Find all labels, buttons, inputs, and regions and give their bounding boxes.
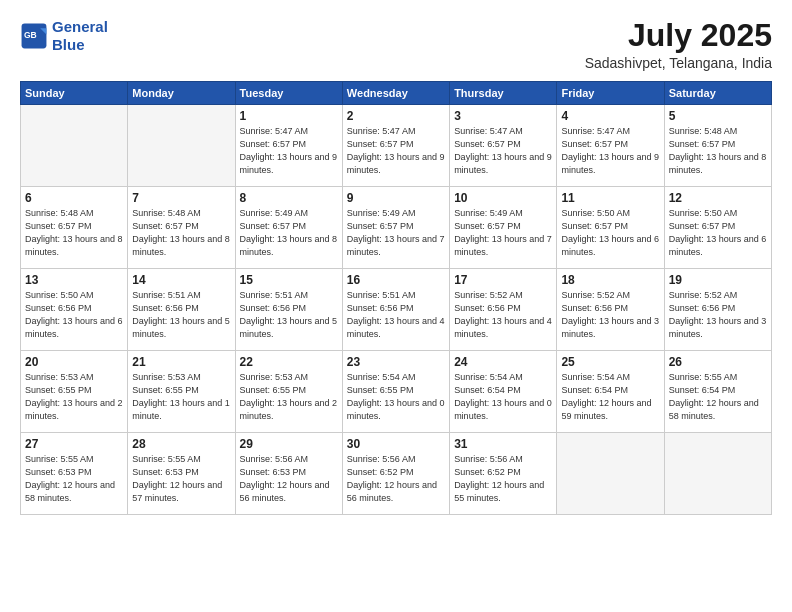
logo-icon: GB [20, 22, 48, 50]
calendar-cell: 25Sunrise: 5:54 AM Sunset: 6:54 PM Dayli… [557, 351, 664, 433]
day-number: 23 [347, 355, 445, 369]
day-info: Sunrise: 5:50 AM Sunset: 6:57 PM Dayligh… [669, 207, 767, 259]
day-info: Sunrise: 5:47 AM Sunset: 6:57 PM Dayligh… [454, 125, 552, 177]
day-number: 17 [454, 273, 552, 287]
day-number: 4 [561, 109, 659, 123]
calendar-cell: 16Sunrise: 5:51 AM Sunset: 6:56 PM Dayli… [342, 269, 449, 351]
calendar-cell: 17Sunrise: 5:52 AM Sunset: 6:56 PM Dayli… [450, 269, 557, 351]
day-number: 12 [669, 191, 767, 205]
calendar-cell: 12Sunrise: 5:50 AM Sunset: 6:57 PM Dayli… [664, 187, 771, 269]
day-info: Sunrise: 5:54 AM Sunset: 6:55 PM Dayligh… [347, 371, 445, 423]
day-info: Sunrise: 5:47 AM Sunset: 6:57 PM Dayligh… [347, 125, 445, 177]
day-number: 25 [561, 355, 659, 369]
calendar-cell: 26Sunrise: 5:55 AM Sunset: 6:54 PM Dayli… [664, 351, 771, 433]
day-info: Sunrise: 5:56 AM Sunset: 6:53 PM Dayligh… [240, 453, 338, 505]
day-number: 19 [669, 273, 767, 287]
calendar-cell: 11Sunrise: 5:50 AM Sunset: 6:57 PM Dayli… [557, 187, 664, 269]
day-info: Sunrise: 5:48 AM Sunset: 6:57 PM Dayligh… [25, 207, 123, 259]
title-block: July 2025 Sadashivpet, Telangana, India [585, 18, 772, 71]
calendar-cell: 9Sunrise: 5:49 AM Sunset: 6:57 PM Daylig… [342, 187, 449, 269]
day-info: Sunrise: 5:55 AM Sunset: 6:53 PM Dayligh… [132, 453, 230, 505]
day-info: Sunrise: 5:54 AM Sunset: 6:54 PM Dayligh… [454, 371, 552, 423]
calendar-cell: 4Sunrise: 5:47 AM Sunset: 6:57 PM Daylig… [557, 105, 664, 187]
month-year: July 2025 [585, 18, 772, 53]
day-number: 15 [240, 273, 338, 287]
calendar-cell: 19Sunrise: 5:52 AM Sunset: 6:56 PM Dayli… [664, 269, 771, 351]
day-number: 20 [25, 355, 123, 369]
day-info: Sunrise: 5:55 AM Sunset: 6:54 PM Dayligh… [669, 371, 767, 423]
day-info: Sunrise: 5:49 AM Sunset: 6:57 PM Dayligh… [347, 207, 445, 259]
col-sat: Saturday [664, 82, 771, 105]
week-row-3: 20Sunrise: 5:53 AM Sunset: 6:55 PM Dayli… [21, 351, 772, 433]
day-number: 1 [240, 109, 338, 123]
day-number: 29 [240, 437, 338, 451]
day-info: Sunrise: 5:54 AM Sunset: 6:54 PM Dayligh… [561, 371, 659, 423]
day-number: 10 [454, 191, 552, 205]
calendar-cell: 2Sunrise: 5:47 AM Sunset: 6:57 PM Daylig… [342, 105, 449, 187]
logo: GB General Blue [20, 18, 108, 54]
day-number: 21 [132, 355, 230, 369]
col-mon: Monday [128, 82, 235, 105]
calendar-cell: 30Sunrise: 5:56 AM Sunset: 6:52 PM Dayli… [342, 433, 449, 515]
calendar-cell: 8Sunrise: 5:49 AM Sunset: 6:57 PM Daylig… [235, 187, 342, 269]
calendar-cell: 21Sunrise: 5:53 AM Sunset: 6:55 PM Dayli… [128, 351, 235, 433]
col-tue: Tuesday [235, 82, 342, 105]
logo-line2: Blue [52, 36, 85, 53]
calendar-cell: 27Sunrise: 5:55 AM Sunset: 6:53 PM Dayli… [21, 433, 128, 515]
day-info: Sunrise: 5:49 AM Sunset: 6:57 PM Dayligh… [454, 207, 552, 259]
svg-text:GB: GB [24, 30, 37, 40]
day-info: Sunrise: 5:53 AM Sunset: 6:55 PM Dayligh… [132, 371, 230, 423]
day-info: Sunrise: 5:48 AM Sunset: 6:57 PM Dayligh… [132, 207, 230, 259]
day-info: Sunrise: 5:50 AM Sunset: 6:56 PM Dayligh… [25, 289, 123, 341]
day-number: 27 [25, 437, 123, 451]
calendar-cell [664, 433, 771, 515]
day-info: Sunrise: 5:55 AM Sunset: 6:53 PM Dayligh… [25, 453, 123, 505]
day-number: 11 [561, 191, 659, 205]
day-info: Sunrise: 5:49 AM Sunset: 6:57 PM Dayligh… [240, 207, 338, 259]
day-info: Sunrise: 5:47 AM Sunset: 6:57 PM Dayligh… [240, 125, 338, 177]
calendar-cell: 20Sunrise: 5:53 AM Sunset: 6:55 PM Dayli… [21, 351, 128, 433]
col-thu: Thursday [450, 82, 557, 105]
week-row-1: 6Sunrise: 5:48 AM Sunset: 6:57 PM Daylig… [21, 187, 772, 269]
day-info: Sunrise: 5:53 AM Sunset: 6:55 PM Dayligh… [240, 371, 338, 423]
day-number: 5 [669, 109, 767, 123]
calendar-cell: 22Sunrise: 5:53 AM Sunset: 6:55 PM Dayli… [235, 351, 342, 433]
day-info: Sunrise: 5:51 AM Sunset: 6:56 PM Dayligh… [132, 289, 230, 341]
day-number: 31 [454, 437, 552, 451]
day-info: Sunrise: 5:56 AM Sunset: 6:52 PM Dayligh… [454, 453, 552, 505]
calendar-cell [21, 105, 128, 187]
col-wed: Wednesday [342, 82, 449, 105]
page: GB General Blue July 2025 Sadashivpet, T… [0, 0, 792, 612]
calendar-cell: 23Sunrise: 5:54 AM Sunset: 6:55 PM Dayli… [342, 351, 449, 433]
calendar-cell [557, 433, 664, 515]
week-row-0: 1Sunrise: 5:47 AM Sunset: 6:57 PM Daylig… [21, 105, 772, 187]
day-info: Sunrise: 5:53 AM Sunset: 6:55 PM Dayligh… [25, 371, 123, 423]
day-number: 16 [347, 273, 445, 287]
logo-line1: General [52, 18, 108, 35]
week-row-4: 27Sunrise: 5:55 AM Sunset: 6:53 PM Dayli… [21, 433, 772, 515]
calendar-table: Sunday Monday Tuesday Wednesday Thursday… [20, 81, 772, 515]
day-info: Sunrise: 5:51 AM Sunset: 6:56 PM Dayligh… [240, 289, 338, 341]
calendar-cell: 6Sunrise: 5:48 AM Sunset: 6:57 PM Daylig… [21, 187, 128, 269]
calendar-cell: 18Sunrise: 5:52 AM Sunset: 6:56 PM Dayli… [557, 269, 664, 351]
day-number: 30 [347, 437, 445, 451]
calendar-cell: 14Sunrise: 5:51 AM Sunset: 6:56 PM Dayli… [128, 269, 235, 351]
day-info: Sunrise: 5:50 AM Sunset: 6:57 PM Dayligh… [561, 207, 659, 259]
header-row: Sunday Monday Tuesday Wednesday Thursday… [21, 82, 772, 105]
day-number: 3 [454, 109, 552, 123]
day-info: Sunrise: 5:56 AM Sunset: 6:52 PM Dayligh… [347, 453, 445, 505]
location: Sadashivpet, Telangana, India [585, 55, 772, 71]
day-number: 24 [454, 355, 552, 369]
week-row-2: 13Sunrise: 5:50 AM Sunset: 6:56 PM Dayli… [21, 269, 772, 351]
day-number: 9 [347, 191, 445, 205]
day-info: Sunrise: 5:52 AM Sunset: 6:56 PM Dayligh… [454, 289, 552, 341]
calendar-cell: 13Sunrise: 5:50 AM Sunset: 6:56 PM Dayli… [21, 269, 128, 351]
day-number: 28 [132, 437, 230, 451]
day-number: 8 [240, 191, 338, 205]
calendar-cell: 5Sunrise: 5:48 AM Sunset: 6:57 PM Daylig… [664, 105, 771, 187]
calendar-cell: 29Sunrise: 5:56 AM Sunset: 6:53 PM Dayli… [235, 433, 342, 515]
calendar-cell: 7Sunrise: 5:48 AM Sunset: 6:57 PM Daylig… [128, 187, 235, 269]
day-number: 7 [132, 191, 230, 205]
day-number: 13 [25, 273, 123, 287]
calendar-cell: 3Sunrise: 5:47 AM Sunset: 6:57 PM Daylig… [450, 105, 557, 187]
